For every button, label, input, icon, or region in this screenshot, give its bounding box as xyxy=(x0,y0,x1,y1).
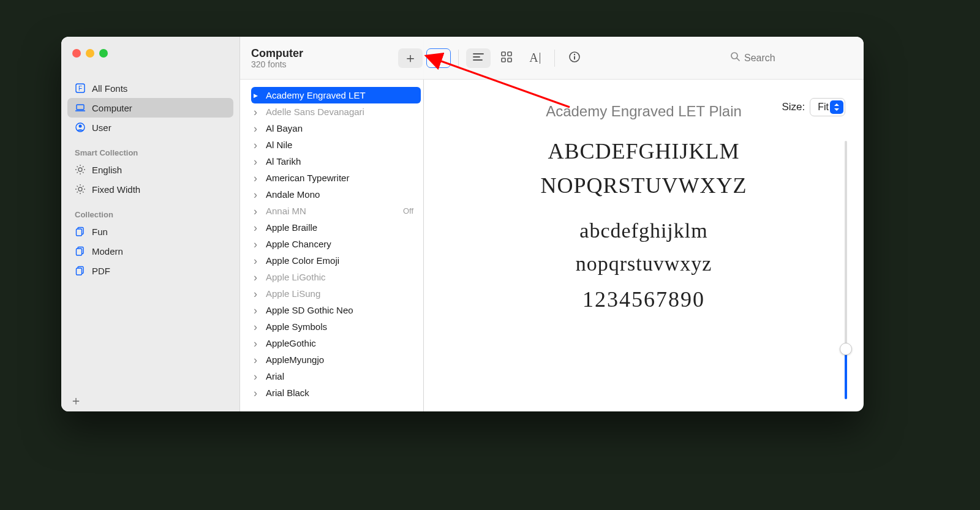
sidebar-item-label: English xyxy=(92,165,122,175)
info-button[interactable] xyxy=(562,48,587,68)
font-row[interactable]: ›AppleMyungjo xyxy=(251,351,421,368)
font-row[interactable]: ▶Academy Engraved LET xyxy=(251,87,421,103)
copy-icon xyxy=(75,226,86,237)
text-cursor-icon: A xyxy=(529,51,540,65)
sidebar-item-all-fonts[interactable]: FAll Fonts xyxy=(67,78,233,98)
font-name: Al Bayan xyxy=(266,123,303,133)
close-window-button[interactable] xyxy=(72,49,81,58)
font-name: Arial xyxy=(266,371,284,381)
add-collection-button[interactable]: ＋ xyxy=(70,392,82,409)
preview-uppercase-1: ABCDEFGHIJKLM xyxy=(448,135,839,169)
sidebar-item-fixed-width[interactable]: Fixed Width xyxy=(67,179,233,199)
lines-icon xyxy=(472,52,484,64)
font-name: Al Nile xyxy=(266,140,292,150)
sidebar-item-label: Fixed Width xyxy=(92,184,140,195)
svg-rect-36 xyxy=(574,56,575,59)
svg-rect-25 xyxy=(77,229,82,236)
checkmark-icon xyxy=(434,52,443,64)
svg-text:F: F xyxy=(78,85,82,92)
font-row[interactable]: ›AppleGothic xyxy=(251,335,421,351)
sidebar-item-modern[interactable]: Modern xyxy=(67,241,233,261)
preview-digits: 1234567890 xyxy=(448,287,839,312)
svg-line-14 xyxy=(83,167,84,168)
add-font-button[interactable]: ＋ xyxy=(398,48,423,68)
svg-line-21 xyxy=(83,192,84,193)
font-row[interactable]: ›Al Bayan xyxy=(251,120,421,137)
svg-rect-27 xyxy=(77,249,82,255)
svg-line-12 xyxy=(83,172,84,173)
sidebar-item-fun[interactable]: Fun xyxy=(67,222,233,241)
search-field[interactable] xyxy=(730,51,853,64)
preview-font-name: Academy Engraved LET Plain xyxy=(448,103,839,120)
sidebar-item-user[interactable]: User xyxy=(67,118,233,137)
toolbar-separator xyxy=(458,50,459,67)
font-row[interactable]: ›Al Tarikh xyxy=(251,153,421,170)
font-row[interactable]: ›Apple Color Emoji xyxy=(251,252,421,269)
font-row[interactable]: ›Al Nile xyxy=(251,137,421,153)
font-name: Apple LiGothic xyxy=(266,272,326,282)
svg-rect-32 xyxy=(502,58,505,62)
window-controls xyxy=(61,42,239,60)
font-name: Academy Engraved LET xyxy=(266,90,366,100)
svg-line-11 xyxy=(77,167,78,168)
svg-line-13 xyxy=(77,172,78,173)
sidebar-item-computer[interactable]: Computer xyxy=(67,98,233,118)
minimize-window-button[interactable] xyxy=(86,49,94,58)
toolbar: Computer 320 fonts ＋ xyxy=(240,37,864,80)
font-row[interactable]: ›Apple SD Gothic Neo xyxy=(251,302,421,318)
font-name: Adelle Sans Devanagari xyxy=(266,107,364,117)
font-row[interactable]: ›Adelle Sans Devanagari xyxy=(251,103,421,120)
font-row[interactable]: ›Apple Braille xyxy=(251,219,421,236)
font-name: AppleMyungjo xyxy=(266,354,324,365)
size-select[interactable]: Fit xyxy=(810,98,845,116)
font-name: Andale Mono xyxy=(266,189,320,200)
toolbar-separator xyxy=(554,50,555,67)
svg-point-35 xyxy=(574,53,575,54)
font-row[interactable]: ›Arial xyxy=(251,368,421,384)
font-name: Apple Chancery xyxy=(266,239,331,249)
size-value: Fit xyxy=(818,102,829,113)
view-custom-button[interactable]: A xyxy=(522,48,547,68)
f-icon: F xyxy=(75,83,86,94)
zoom-window-button[interactable] xyxy=(99,49,108,58)
font-row[interactable]: ›Apple LiGothic xyxy=(251,269,421,285)
font-list[interactable]: ▶Academy Engraved LET›Adelle Sans Devana… xyxy=(240,80,423,411)
svg-rect-2 xyxy=(77,105,84,110)
size-label: Size: xyxy=(782,101,805,113)
sidebar-item-english[interactable]: English xyxy=(67,160,233,179)
font-name: Apple Color Emoji xyxy=(266,255,339,266)
font-row[interactable]: ›Apple Symbols xyxy=(251,318,421,335)
laptop-icon xyxy=(75,102,86,113)
font-row[interactable]: ›Arial Black xyxy=(251,384,421,401)
font-row[interactable]: ›Apple Chancery xyxy=(251,236,421,252)
search-input[interactable] xyxy=(744,53,836,64)
svg-rect-33 xyxy=(508,58,511,62)
svg-line-22 xyxy=(77,192,78,193)
svg-line-38 xyxy=(737,58,739,61)
validate-button[interactable] xyxy=(426,48,451,68)
font-row[interactable]: ›Andale Mono xyxy=(251,186,421,203)
sidebar-list: FAll FontsComputerUser Smart CollectionE… xyxy=(61,60,239,389)
slider-thumb[interactable] xyxy=(840,343,852,355)
plus-icon: ＋ xyxy=(404,49,417,67)
font-status: Off xyxy=(403,206,421,216)
sidebar-item-label: Computer xyxy=(92,103,132,113)
view-grid-button[interactable] xyxy=(494,48,519,68)
preview-lowercase-2: nopqrstuvwxyz xyxy=(448,247,839,280)
sidebar-item-label: Fun xyxy=(92,227,108,237)
font-name: Al Tarikh xyxy=(266,156,301,167)
sidebar-item-pdf[interactable]: PDF xyxy=(67,261,233,280)
gear-icon xyxy=(75,184,86,195)
font-name: Arial Black xyxy=(266,388,309,398)
view-sample-button[interactable] xyxy=(466,48,491,68)
size-slider[interactable] xyxy=(839,141,853,399)
size-control: Size: Fit xyxy=(782,98,845,116)
font-row[interactable]: ›Apple LiSung xyxy=(251,285,421,302)
collection-subtitle: 320 fonts xyxy=(251,59,392,69)
font-name: Annai MN xyxy=(266,206,306,216)
svg-line-23 xyxy=(83,186,84,187)
preview-lowercase-1: abcdefghijklm xyxy=(448,214,839,247)
sidebar-item-label: User xyxy=(92,122,111,133)
font-row[interactable]: ›American Typewriter xyxy=(251,170,421,186)
font-row[interactable]: ›Annai MNOff xyxy=(251,203,421,219)
